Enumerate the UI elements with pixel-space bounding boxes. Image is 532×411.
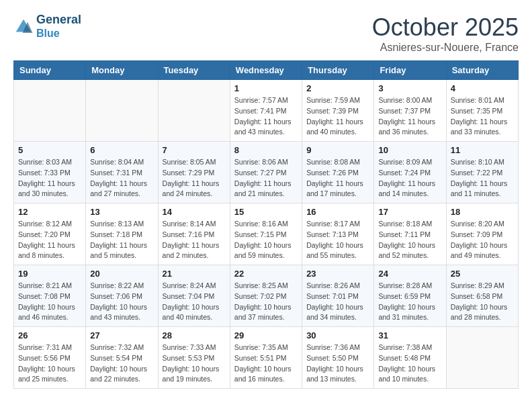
logo-line1: General [36,13,81,27]
table-row [158,80,230,142]
table-row: 27Sunrise: 7:32 AMSunset: 5:54 PMDayligh… [86,327,158,389]
day-number: 23 [306,269,369,279]
day-detail: Sunrise: 8:17 AMSunset: 7:13 PMDaylight:… [306,219,369,261]
table-row: 16Sunrise: 8:17 AMSunset: 7:13 PMDayligh… [302,203,374,265]
logo-icon [13,17,34,37]
day-number: 11 [451,145,514,155]
day-number: 17 [378,207,441,217]
day-detail: Sunrise: 8:00 AMSunset: 7:37 PMDaylight:… [378,95,441,138]
table-row: 1Sunrise: 7:57 AMSunset: 7:41 PMDaylight… [230,80,302,142]
day-detail: Sunrise: 8:28 AMSunset: 6:59 PMDaylight:… [378,281,441,323]
day-number: 14 [163,207,226,217]
day-number: 21 [163,269,226,279]
day-detail: Sunrise: 8:18 AMSunset: 7:11 PMDaylight:… [378,219,441,261]
day-number: 27 [90,330,153,340]
table-row: 23Sunrise: 8:26 AMSunset: 7:01 PMDayligh… [302,265,374,327]
day-number: 22 [234,269,298,279]
day-detail: Sunrise: 8:16 AMSunset: 7:15 PMDaylight:… [234,219,298,261]
day-detail: Sunrise: 8:06 AMSunset: 7:27 PMDaylight:… [234,157,298,199]
table-row [86,80,158,142]
table-row: 31Sunrise: 7:38 AMSunset: 5:48 PMDayligh… [374,327,446,389]
day-detail: Sunrise: 7:59 AMSunset: 7:39 PMDaylight:… [306,95,369,138]
table-row: 24Sunrise: 8:28 AMSunset: 6:59 PMDayligh… [374,265,446,327]
day-detail: Sunrise: 8:14 AMSunset: 7:16 PMDaylight:… [163,219,226,261]
table-row: 11Sunrise: 8:10 AMSunset: 7:22 PMDayligh… [446,142,518,203]
calendar-week-1: 1Sunrise: 7:57 AMSunset: 7:41 PMDaylight… [14,80,519,142]
day-detail: Sunrise: 8:29 AMSunset: 6:58 PMDaylight:… [451,281,514,323]
day-detail: Sunrise: 7:31 AMSunset: 5:56 PMDaylight:… [18,342,81,385]
table-row: 19Sunrise: 8:21 AMSunset: 7:08 PMDayligh… [14,265,86,327]
table-row: 28Sunrise: 7:33 AMSunset: 5:53 PMDayligh… [158,327,230,389]
day-detail: Sunrise: 7:36 AMSunset: 5:50 PMDaylight:… [306,342,369,385]
logo-line2: Blue [36,28,60,39]
day-number: 25 [451,269,514,279]
title-area: October 2025 Asnieres-sur-Nouere, France [372,13,519,54]
col-thursday: Thursday [302,61,374,80]
day-number: 20 [90,269,153,279]
table-row: 17Sunrise: 8:18 AMSunset: 7:11 PMDayligh… [374,203,446,265]
calendar-week-4: 19Sunrise: 8:21 AMSunset: 7:08 PMDayligh… [14,265,519,327]
day-number: 2 [306,83,369,93]
location-subtitle: Asnieres-sur-Nouere, France [372,42,519,54]
day-number: 19 [18,269,81,279]
logo: General Blue [13,13,81,40]
page-header: General Blue October 2025 Asnieres-sur-N… [13,13,519,54]
day-number: 7 [163,145,226,155]
table-row [446,327,518,389]
table-row: 9Sunrise: 8:08 AMSunset: 7:26 PMDaylight… [302,142,374,203]
day-detail: Sunrise: 7:32 AMSunset: 5:54 PMDaylight:… [90,342,153,385]
day-detail: Sunrise: 8:03 AMSunset: 7:33 PMDaylight:… [18,157,81,199]
day-number: 26 [18,330,81,340]
day-number: 30 [306,330,369,340]
day-detail: Sunrise: 7:33 AMSunset: 5:53 PMDaylight:… [163,342,226,385]
day-detail: Sunrise: 8:09 AMSunset: 7:24 PMDaylight:… [378,157,441,199]
table-row [14,80,86,142]
table-row: 22Sunrise: 8:25 AMSunset: 7:02 PMDayligh… [230,265,302,327]
day-number: 8 [234,145,298,155]
day-number: 9 [306,145,369,155]
col-friday: Friday [374,61,446,80]
table-row: 7Sunrise: 8:05 AMSunset: 7:29 PMDaylight… [158,142,230,203]
month-title: October 2025 [372,13,519,42]
day-detail: Sunrise: 8:08 AMSunset: 7:26 PMDaylight:… [306,157,369,199]
table-row: 10Sunrise: 8:09 AMSunset: 7:24 PMDayligh… [374,142,446,203]
day-number: 3 [378,83,441,93]
day-number: 18 [451,207,514,217]
day-number: 4 [451,83,514,93]
calendar-week-5: 26Sunrise: 7:31 AMSunset: 5:56 PMDayligh… [14,327,519,389]
day-number: 13 [90,207,153,217]
day-detail: Sunrise: 8:13 AMSunset: 7:18 PMDaylight:… [90,219,153,261]
table-row: 8Sunrise: 8:06 AMSunset: 7:27 PMDaylight… [230,142,302,203]
day-detail: Sunrise: 8:22 AMSunset: 7:06 PMDaylight:… [90,281,153,323]
day-number: 12 [18,207,81,217]
day-detail: Sunrise: 7:38 AMSunset: 5:48 PMDaylight:… [378,342,441,385]
table-row: 26Sunrise: 7:31 AMSunset: 5:56 PMDayligh… [14,327,86,389]
table-row: 5Sunrise: 8:03 AMSunset: 7:33 PMDaylight… [14,142,86,203]
day-detail: Sunrise: 8:04 AMSunset: 7:31 PMDaylight:… [90,157,153,199]
day-number: 28 [163,330,226,340]
day-detail: Sunrise: 8:12 AMSunset: 7:20 PMDaylight:… [18,219,81,261]
day-number: 29 [234,330,298,340]
col-wednesday: Wednesday [230,61,302,80]
table-row: 15Sunrise: 8:16 AMSunset: 7:15 PMDayligh… [230,203,302,265]
calendar-header-row: Sunday Monday Tuesday Wednesday Thursday… [14,61,519,80]
day-number: 5 [18,145,81,155]
day-detail: Sunrise: 8:20 AMSunset: 7:09 PMDaylight:… [451,219,514,261]
table-row: 6Sunrise: 8:04 AMSunset: 7:31 PMDaylight… [86,142,158,203]
day-detail: Sunrise: 8:26 AMSunset: 7:01 PMDaylight:… [306,281,369,323]
day-detail: Sunrise: 8:21 AMSunset: 7:08 PMDaylight:… [18,281,81,323]
table-row: 29Sunrise: 7:35 AMSunset: 5:51 PMDayligh… [230,327,302,389]
calendar-table: Sunday Monday Tuesday Wednesday Thursday… [13,60,519,389]
day-number: 6 [90,145,153,155]
table-row: 20Sunrise: 8:22 AMSunset: 7:06 PMDayligh… [86,265,158,327]
table-row: 18Sunrise: 8:20 AMSunset: 7:09 PMDayligh… [446,203,518,265]
table-row: 2Sunrise: 7:59 AMSunset: 7:39 PMDaylight… [302,80,374,142]
day-number: 24 [378,269,441,279]
calendar-week-2: 5Sunrise: 8:03 AMSunset: 7:33 PMDaylight… [14,142,519,203]
table-row: 30Sunrise: 7:36 AMSunset: 5:50 PMDayligh… [302,327,374,389]
day-detail: Sunrise: 8:01 AMSunset: 7:35 PMDaylight:… [451,95,514,138]
day-number: 10 [378,145,441,155]
day-number: 16 [306,207,369,217]
day-detail: Sunrise: 7:57 AMSunset: 7:41 PMDaylight:… [234,95,298,138]
table-row: 25Sunrise: 8:29 AMSunset: 6:58 PMDayligh… [446,265,518,327]
